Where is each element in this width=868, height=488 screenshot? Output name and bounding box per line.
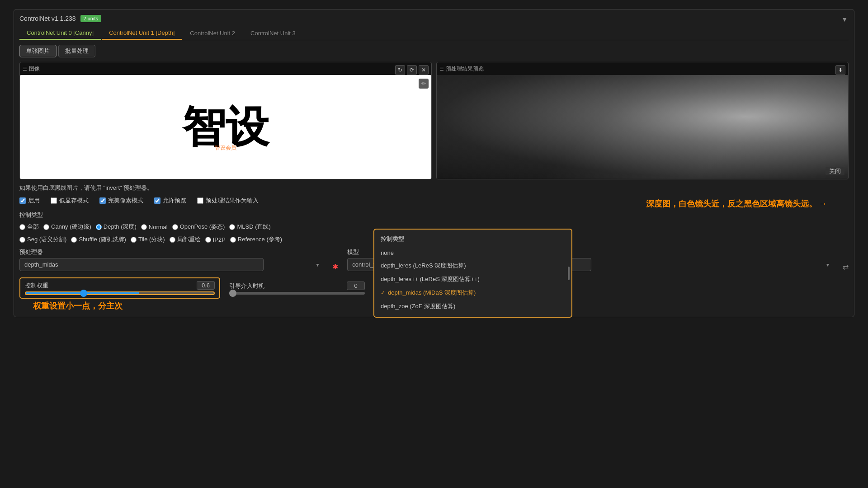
- radio-normal[interactable]: Normal: [141, 224, 168, 230]
- start-label-row: 引导介入时机 0: [229, 282, 365, 290]
- radio-openpose[interactable]: OpenPose (姿态): [172, 223, 225, 231]
- start-slider-group: 引导介入时机 0: [229, 282, 365, 295]
- dropdown-midas-label: depth_midas (MiDaS 深度图估算): [388, 289, 476, 297]
- input-image-content[interactable]: 智设: [20, 75, 431, 179]
- preview-panel-label: ☰ 预处理结果预览: [439, 65, 484, 73]
- radio-seg-label: Seg (语义分割): [27, 235, 66, 244]
- preview-label-text: 预处理结果预览: [446, 65, 484, 73]
- radio-depth-label: Depth (深度): [104, 223, 137, 231]
- preview-panel: ☰ 预处理结果预览 ⬇ 关闭: [436, 62, 849, 179]
- radio-ip2p[interactable]: IP2P: [205, 236, 226, 243]
- weight-label: 控制权重: [25, 282, 48, 290]
- arrows-icon[interactable]: ⇄: [843, 263, 849, 271]
- dropdown-item-none[interactable]: none: [374, 247, 571, 259]
- weight-slider[interactable]: [25, 291, 215, 295]
- radio-seg[interactable]: Seg (语义分割): [19, 235, 66, 244]
- enable-checkbox[interactable]: 启用: [19, 197, 40, 205]
- main-tabs: ControlNet Unit 0 [Canny] ControlNet Uni…: [19, 27, 849, 40]
- title-bar: ControlNet v1.1.238 2 units: [19, 15, 849, 22]
- radio-openpose-input[interactable]: [172, 224, 178, 230]
- tab-unit2[interactable]: ControlNet Unit 2: [183, 27, 242, 40]
- depth-preview-image: [437, 75, 848, 179]
- preprocessor-input-checkbox[interactable]: 预处理结果作为输入: [197, 197, 259, 205]
- preprocessor-label: 预处理器: [19, 248, 323, 256]
- enable-label: 启用: [28, 197, 40, 205]
- tab-unit0[interactable]: ControlNet Unit 0 [Canny]: [19, 27, 101, 40]
- flip-btn[interactable]: ⟳: [407, 65, 417, 75]
- radio-tile-label: Tile (分块): [138, 235, 165, 244]
- radio-mlsd-input[interactable]: [229, 224, 235, 230]
- arrow-right: →: [819, 199, 827, 209]
- close-image-btn[interactable]: ✕: [419, 65, 429, 75]
- radio-depth[interactable]: Depth (深度): [96, 223, 137, 231]
- app-title: ControlNet v1.1.238: [19, 15, 76, 22]
- star-icon[interactable]: ✱: [332, 263, 338, 271]
- download-btn[interactable]: ⬇: [835, 65, 845, 75]
- dropdown-lerespp-label: depth_leres++ (LeReS 深度图估算++): [381, 275, 480, 283]
- preprocessor-select[interactable]: depth_midas depth_leres depth_leres++ de…: [19, 258, 264, 271]
- enable-input[interactable]: [19, 197, 26, 204]
- radio-reference-input[interactable]: [230, 237, 236, 243]
- preprocessor-group: 预处理器 depth_midas depth_leres depth_leres…: [19, 248, 323, 271]
- close-preview-btn[interactable]: 关闭: [826, 167, 844, 175]
- dropdown-title: 控制类型: [374, 233, 571, 247]
- pixel-perfect-checkbox[interactable]: 完美像素模式: [99, 197, 143, 205]
- weight-value[interactable]: 0.6: [197, 281, 215, 290]
- radio-tile-input[interactable]: [131, 237, 137, 243]
- pixel-perfect-input[interactable]: [99, 197, 106, 204]
- radio-all[interactable]: 全部: [19, 223, 39, 231]
- radio-normal-input[interactable]: [141, 224, 147, 230]
- start-label: 引导介入时机: [229, 282, 264, 290]
- radio-ip2p-label: IP2P: [213, 236, 226, 243]
- units-badge: 2 units: [80, 15, 101, 22]
- radio-tile[interactable]: Tile (分块): [131, 235, 165, 244]
- watermark: 智设会员: [215, 144, 236, 152]
- radio-shuffle[interactable]: Shuffle (随机洗牌): [71, 235, 126, 244]
- radio-canny-input[interactable]: [43, 224, 49, 230]
- radio-all-label: 全部: [27, 223, 39, 231]
- dropdown-scrollbar[interactable]: [568, 267, 570, 280]
- preprocessor-input-check[interactable]: [197, 197, 203, 204]
- radio-mlsd-label: MLSD (直线): [237, 223, 270, 231]
- dropdown-item-midas[interactable]: ✓ depth_midas (MiDaS 深度图估算): [374, 286, 571, 300]
- radio-shuffle-label: Shuffle (随机洗牌): [79, 235, 126, 244]
- funnel-icon[interactable]: ▼: [841, 16, 848, 23]
- radio-all-input[interactable]: [19, 224, 25, 230]
- input-panel-label: ☰ 图像: [23, 65, 40, 73]
- radio-reference[interactable]: Reference (参考): [230, 235, 282, 244]
- dropdown-item-lerespp[interactable]: depth_leres++ (LeReS 深度图估算++): [374, 272, 571, 286]
- dropdown-leres-label: depth_leres (LeReS 深度图估算): [381, 262, 466, 270]
- refresh-btn[interactable]: ↻: [395, 65, 405, 75]
- radio-inpaint-input[interactable]: [170, 237, 175, 243]
- radio-seg-input[interactable]: [19, 237, 25, 243]
- weight-label-row: 控制权重 0.6: [25, 281, 215, 290]
- radio-normal-label: Normal: [149, 224, 168, 230]
- allow-preview-input[interactable]: [154, 197, 160, 204]
- sub-tab-single[interactable]: 单张图片: [19, 45, 57, 57]
- weight-annotation: 权重设置小一点，分主次: [33, 301, 123, 310]
- radio-shuffle-input[interactable]: [71, 237, 77, 243]
- input-toolbar: ↻ ⟳ ✕: [395, 65, 429, 75]
- radio-depth-input[interactable]: [96, 224, 102, 230]
- radio-canny[interactable]: Canny (硬边缘): [43, 223, 91, 231]
- weight-slider-group: 控制权重 0.6: [19, 277, 220, 299]
- low-vram-checkbox[interactable]: 低显存模式: [51, 197, 89, 205]
- radio-openpose-label: OpenPose (姿态): [180, 223, 225, 231]
- low-vram-input[interactable]: [51, 197, 57, 204]
- sub-tab-batch[interactable]: 批量处理: [58, 45, 95, 57]
- allow-preview-checkbox[interactable]: 允许预览: [154, 197, 186, 205]
- input-image-text: 智设: [182, 105, 269, 149]
- sub-tabs: 单张图片 批量处理: [19, 45, 849, 57]
- start-value[interactable]: 0: [347, 282, 365, 290]
- radio-mlsd[interactable]: MLSD (直线): [229, 223, 270, 231]
- dropdown-item-leres[interactable]: depth_leres (LeReS 深度图估算): [374, 259, 571, 272]
- dropdown-item-zoe[interactable]: depth_zoe (ZoE 深度图估算): [374, 300, 571, 313]
- radio-ip2p-input[interactable]: [205, 237, 211, 243]
- dropdown-zoe-label: depth_zoe (ZoE 深度图估算): [381, 302, 455, 310]
- tab-unit1[interactable]: ControlNet Unit 1 [Depth]: [102, 27, 182, 40]
- start-slider[interactable]: [229, 292, 365, 295]
- radio-inpaint[interactable]: 局部重绘: [170, 235, 201, 244]
- edit-btn[interactable]: ✏: [419, 79, 429, 89]
- depth-annotation-text: 深度图，白色镜头近，反之黑色区域离镜头远。: [646, 198, 817, 209]
- tab-unit3[interactable]: ControlNet Unit 3: [243, 27, 303, 40]
